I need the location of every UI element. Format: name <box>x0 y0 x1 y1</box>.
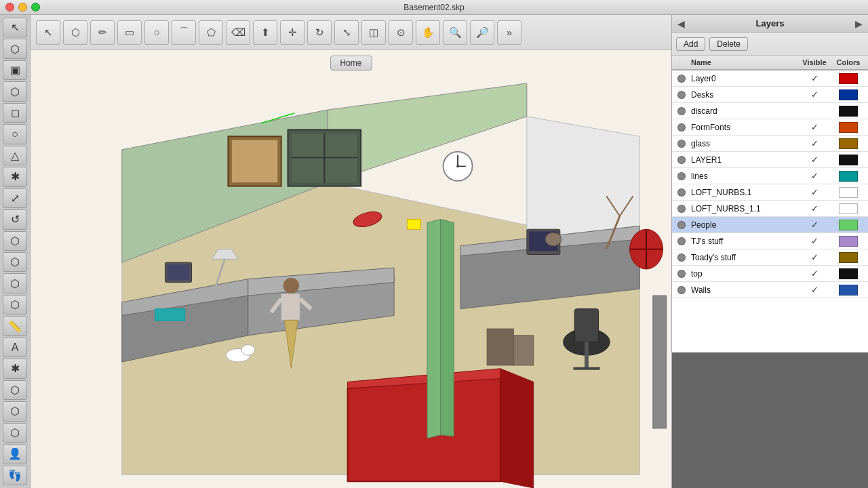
paint2-left[interactable]: ⬡ <box>3 423 27 443</box>
pencil-tool[interactable]: ✏ <box>90 20 115 45</box>
follow-left[interactable]: ⬡ <box>3 273 27 293</box>
maximize-button[interactable] <box>31 3 40 12</box>
pan-tool[interactable]: ✋ <box>416 20 440 45</box>
layer-visible-checkbox[interactable]: ✓ <box>797 203 831 214</box>
dim-left[interactable]: ⬡ <box>3 380 27 400</box>
layer-row[interactable]: LAYER1✓ <box>672 152 868 168</box>
layer-color-swatch[interactable] <box>831 171 865 182</box>
expand-icon[interactable]: ◀ <box>677 18 685 29</box>
polygon-tool[interactable]: ⬠ <box>199 20 223 45</box>
circle-left[interactable]: ○ <box>3 124 27 144</box>
erase-tool[interactable]: ⌫ <box>226 20 250 45</box>
layer-visible-checkbox[interactable]: ✓ <box>797 138 831 148</box>
scale-left[interactable]: ⬡ <box>3 231 27 251</box>
panel-options-icon[interactable]: ▶ <box>855 18 863 29</box>
layer-color-swatch[interactable] <box>831 138 865 149</box>
right-panel-bottom <box>672 352 868 488</box>
eraser-left[interactable]: ⬡ <box>3 81 27 101</box>
layer-visible-checkbox[interactable]: ✓ <box>797 89 831 100</box>
layer-color-swatch[interactable] <box>831 285 865 296</box>
layer-visible-checkbox[interactable]: ✓ <box>797 73 831 83</box>
layer-color-swatch[interactable] <box>831 155 865 165</box>
layer-color-swatch[interactable] <box>831 73 865 84</box>
more-tools[interactable]: » <box>497 20 521 45</box>
rect-left[interactable]: ◻ <box>3 103 27 123</box>
layer-visible-checkbox[interactable]: ✓ <box>797 171 831 181</box>
layer-row[interactable]: Desks✓ <box>672 87 868 103</box>
layer-status-dot <box>675 270 688 278</box>
layer-row[interactable]: LOFT_NURBS_1.1✓ <box>672 201 868 217</box>
arc-left[interactable]: △ <box>3 146 27 165</box>
layer-visible-checkbox[interactable]: ✓ <box>797 268 831 279</box>
offset-left[interactable]: ⬡ <box>3 295 27 314</box>
svg-rect-29 <box>167 264 189 280</box>
layer-visible-checkbox[interactable]: ✓ <box>797 155 831 165</box>
circle-tool[interactable]: ○ <box>144 20 169 45</box>
person-left[interactable]: 👤 <box>3 444 27 464</box>
rectangle-tool[interactable]: ▭ <box>117 20 142 45</box>
text-left[interactable]: A <box>3 338 27 357</box>
layer-row[interactable]: top✓ <box>672 266 868 282</box>
paint-left[interactable]: ▣ <box>3 60 27 80</box>
layer-visible-checkbox[interactable]: ✓ <box>797 252 831 262</box>
layer-row[interactable]: Toady's stuff✓ <box>672 249 868 266</box>
layer-row[interactable]: discard <box>672 103 868 119</box>
viewport[interactable]: Home <box>31 50 671 488</box>
svg-rect-50 <box>487 329 513 365</box>
layer-name-label: lines <box>688 171 797 181</box>
layer-row[interactable]: LOFT_NURBS.1✓ <box>672 184 868 201</box>
component-left[interactable]: ⬡ <box>3 39 27 58</box>
minimize-button[interactable] <box>18 3 27 12</box>
layer-color-swatch[interactable] <box>831 89 865 100</box>
close-button[interactable] <box>5 3 14 12</box>
layer-color-swatch[interactable] <box>831 268 865 279</box>
axes-left[interactable]: ✱ <box>3 359 27 378</box>
layer-row[interactable]: FormFonts✓ <box>672 119 868 136</box>
layer-color-swatch[interactable] <box>831 106 865 117</box>
component-tool[interactable]: ⬡ <box>63 20 87 45</box>
rotate-tool[interactable]: ↻ <box>307 20 332 45</box>
pushpull-left[interactable]: ⬡ <box>3 252 27 272</box>
layer-name-label: LOFT_NURBS.1 <box>688 188 797 197</box>
layer-color-swatch[interactable] <box>831 252 865 263</box>
layer-row[interactable]: lines✓ <box>672 168 868 184</box>
poly-left[interactable]: ✱ <box>3 167 27 186</box>
window-controls <box>5 3 40 12</box>
select-left[interactable]: ↖ <box>3 18 27 37</box>
footprint-left[interactable]: 👣 <box>3 466 27 485</box>
arc-tool[interactable]: ⌒ <box>172 20 196 45</box>
layer-row[interactable]: Walls✓ <box>672 282 868 298</box>
layer-row[interactable]: TJ's stuff✓ <box>672 233 868 249</box>
layer-row[interactable]: People✓ <box>672 217 868 233</box>
layer-row[interactable]: glass✓ <box>672 136 868 152</box>
layer-visible-checkbox[interactable]: ✓ <box>797 187 831 197</box>
push-pull-tool[interactable]: ⬆ <box>253 20 277 45</box>
layers-rows: Layer0✓Desks✓discardFormFonts✓glass✓LAYE… <box>672 70 868 298</box>
measure-left[interactable]: 📏 <box>3 316 27 336</box>
zoom-ext-tool[interactable]: 🔎 <box>470 20 494 45</box>
home-button[interactable]: Home <box>330 56 372 70</box>
orbit-tool[interactable]: ⊙ <box>389 20 413 45</box>
delete-layer-button[interactable]: Delete <box>709 37 748 51</box>
move-left[interactable]: ⤢ <box>3 188 27 208</box>
layer-visible-checkbox[interactable]: ✓ <box>797 285 831 295</box>
layer-row[interactable]: Layer0✓ <box>672 70 868 87</box>
layer-color-swatch[interactable] <box>831 220 865 230</box>
layer-color-swatch[interactable] <box>831 122 865 133</box>
layer-visible-checkbox[interactable]: ✓ <box>797 220 831 230</box>
layer-color-swatch[interactable] <box>831 187 865 198</box>
layer-visible-checkbox[interactable]: ✓ <box>797 236 831 246</box>
scale-tool[interactable]: ⤡ <box>334 20 359 45</box>
select-tool[interactable]: ↖ <box>36 20 60 45</box>
layer-color-swatch[interactable] <box>831 236 865 247</box>
layer-color-swatch[interactable] <box>831 203 865 214</box>
rotate-left[interactable]: ↺ <box>3 209 27 229</box>
svg-rect-6 <box>231 140 278 183</box>
layer-visible-checkbox[interactable]: ✓ <box>797 122 831 132</box>
zoom-tool[interactable]: 🔍 <box>443 20 467 45</box>
move-tool[interactable]: ✛ <box>280 20 304 45</box>
add-layer-button[interactable]: Add <box>676 37 705 51</box>
section-left[interactable]: ⬡ <box>3 401 27 421</box>
left-toolbar: ↖⬡▣⬡◻○△✱⤢↺⬡⬡⬡⬡📏A✱⬡⬡⬡👤👣 <box>0 15 31 488</box>
offset-tool[interactable]: ◫ <box>361 20 386 45</box>
